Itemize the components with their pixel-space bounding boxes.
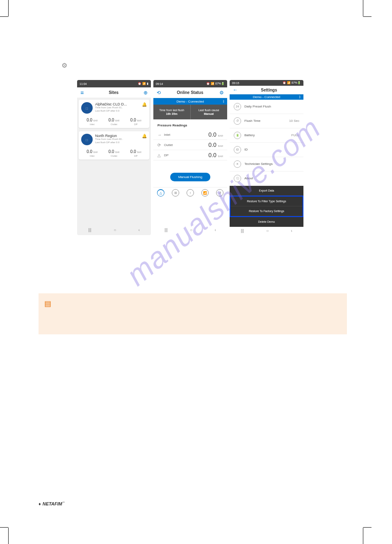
back-icon[interactable]: ⟲	[157, 90, 161, 96]
nav-back-icon[interactable]: ‹	[139, 228, 140, 232]
info-row: Time from last flush 16h 35m Last flush …	[153, 105, 227, 119]
add-icon[interactable]: ⊕	[144, 90, 148, 96]
site-card[interactable]: ⬚ AlphaDisc CLD D... Time from Last Flus…	[79, 100, 149, 128]
nav-home-icon[interactable]: ○	[190, 228, 192, 232]
battery-icon: 🔋	[234, 132, 241, 139]
site-avatar-icon: ⬚	[81, 102, 93, 114]
reading-label: Inlet	[164, 133, 208, 137]
android-nav: ||| ○ ‹	[230, 227, 303, 235]
site-meta: Last flush DP after 0.0	[95, 141, 139, 144]
phone-settings: 09:15 ⏰ 📶 87%🔋 ← Settings Demo - Connect…	[230, 80, 303, 235]
tab-bar: △ ⊞ ! 📶 ↺	[153, 187, 227, 198]
header-title: Settings	[261, 88, 277, 92]
status-time: 11:04	[80, 82, 87, 85]
note-box: ▤	[39, 293, 347, 334]
tab-alert-icon[interactable]: !	[187, 189, 194, 197]
status-bar: 09:14 ⏰ 📶 87%🔋	[153, 80, 227, 87]
site-card[interactable]: ⬚ North Region Time from Last Flush 00..…	[79, 131, 149, 160]
nav-back-icon[interactable]: ‹	[215, 228, 216, 232]
status-icons: ⏰ 📶 87%🔋	[283, 81, 301, 85]
bluetooth-icon: ᛒ	[299, 95, 301, 99]
nav-home-icon[interactable]: ○	[266, 229, 269, 233]
reading-row: △ DP 0.0 BAR	[153, 150, 227, 160]
crop-mark	[363, 0, 363, 16]
dark-actions: Export Data Restore To Filter Type Setti…	[230, 186, 303, 227]
status-time: 09:14	[156, 82, 163, 85]
nav-home-icon[interactable]: ○	[114, 228, 116, 232]
site-name: AlphaDisc CLD D...	[95, 102, 139, 106]
nav-recent-icon[interactable]: |||	[241, 229, 244, 233]
site-name: North Region	[95, 134, 139, 138]
hamburger-icon[interactable]: ≡	[80, 89, 84, 96]
bell-icon[interactable]: 🔔	[142, 102, 147, 107]
crop-mark	[0, 16, 8, 17]
settings-icon[interactable]: ⚙	[219, 90, 224, 96]
bell-icon[interactable]: 🔔	[142, 134, 147, 138]
stat-outlet: 0.0 BAR Outlet	[109, 118, 120, 126]
stat-dp: 0.0 BAR DP	[130, 118, 141, 126]
site-meta: Time from Last Flush 00..	[95, 138, 139, 141]
site-meta: Time from Last Flush 01..	[95, 106, 139, 110]
tab-status-icon[interactable]: △	[157, 189, 164, 197]
status-icons: ⏰ 📶 ▮	[138, 82, 148, 85]
section-title: Pressure Readings	[153, 119, 227, 130]
info-label: Last flush cause	[198, 109, 219, 112]
settings-id[interactable]: ID ID	[230, 143, 303, 157]
nav-recent-icon[interactable]: |||	[88, 228, 91, 232]
manual-flushing-button[interactable]: Manual Flushing	[170, 173, 211, 181]
android-nav: ||| ○ ‹	[153, 224, 227, 235]
nav-back-icon[interactable]: ‹	[291, 229, 292, 233]
crop-mark	[363, 16, 371, 17]
site-meta: Last flush DP after 0.0	[95, 110, 139, 113]
demo-bar: Demo - Connected ᛒ	[230, 94, 303, 100]
dp-icon: △	[157, 153, 164, 158]
settings-battery[interactable]: 🔋 Battery FULL	[230, 128, 303, 143]
app-header: ≡ Sites ⊕	[77, 87, 151, 98]
restore-filter-type-button[interactable]: Restore To Filter Type Settings	[230, 197, 303, 206]
header-title: Sites	[109, 90, 119, 95]
back-icon[interactable]: ←	[233, 87, 238, 93]
phone-online-status: 09:14 ⏰ 📶 87%🔋 ⟲ Online Status ⚙ Demo - …	[153, 80, 227, 235]
status-bar: 11:04 ⏰ 📶 ▮	[77, 80, 151, 87]
settings-flush-time[interactable]: ⏱ Flush Time 10 Sec	[230, 114, 303, 128]
crop-mark	[8, 0, 9, 16]
crop-mark	[0, 527, 8, 528]
delete-demo-button[interactable]: Delete Demo	[230, 217, 303, 227]
crop-mark	[363, 527, 371, 528]
phone-screens: 11:04 ⏰ 📶 ▮ ≡ Sites ⊕ ⬚ AlphaDisc CLD D.…	[77, 80, 303, 235]
phone-sites: 11:04 ⏰ 📶 ▮ ≡ Sites ⊕ ⬚ AlphaDisc CLD D.…	[77, 80, 151, 235]
site-avatar-icon: ⬚	[81, 134, 93, 145]
header-title: Online Status	[177, 90, 203, 95]
tab-history-icon[interactable]: ↺	[216, 189, 223, 197]
crop-mark	[8, 528, 9, 544]
nav-recent-icon[interactable]: |||	[164, 228, 168, 232]
bluetooth-icon: ᛒ	[223, 100, 225, 103]
inlet-icon: →	[157, 133, 164, 137]
settings-technician[interactable]: ✕ Technician Settings	[230, 157, 303, 171]
reading-row: → Inlet 0.0 BAR	[153, 130, 227, 140]
stat-inlet: 0.0 BAR Inlet	[87, 118, 98, 126]
stat-outlet: 0.0 BAR Outlet	[109, 149, 120, 157]
tab-grid-icon[interactable]: ⊞	[172, 189, 179, 197]
reading-row: ⟳ Outlet 0.0 BAR	[153, 140, 227, 150]
export-data-button[interactable]: Export Data	[230, 186, 303, 196]
app-header: ← Settings	[230, 86, 303, 94]
tab-chart-icon[interactable]: 📶	[201, 189, 209, 197]
demo-bar: Demo - Connected ᛒ	[153, 98, 227, 105]
info-value: Manual	[204, 112, 214, 115]
stat-dp: 0.0 BAR DP	[130, 149, 141, 157]
info-value: 16h 35m	[166, 112, 178, 115]
status-icons: ⏰ 📶 87%🔋	[206, 82, 225, 85]
status-time: 09:15	[232, 82, 239, 85]
info-label: Time from last flush	[159, 109, 184, 112]
reading-label: DP	[164, 153, 208, 157]
gear-icon: ⚙	[62, 62, 67, 69]
timer-icon: ⏱	[234, 117, 241, 125]
note-icon: ▤	[44, 299, 51, 308]
restore-factory-button[interactable]: Restore To Factory Settings	[230, 206, 303, 216]
settings-about[interactable]: ⓘ About	[230, 171, 303, 186]
outlet-icon: ⟳	[157, 143, 164, 147]
tools-icon: ✕	[234, 160, 241, 168]
settings-daily-preset[interactable]: 24 Daily Preset Flush	[230, 100, 303, 114]
id-icon: ID	[234, 146, 241, 153]
